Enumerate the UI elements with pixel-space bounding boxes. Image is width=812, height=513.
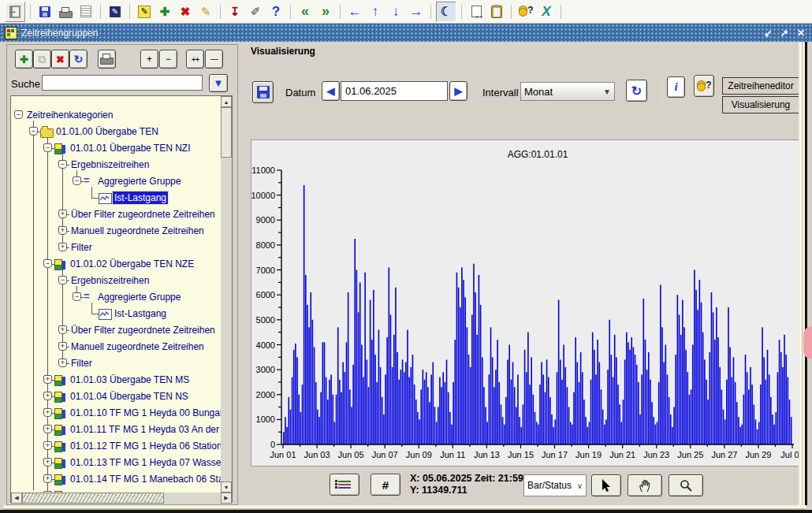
tree-delete-button[interactable]: ✖ xyxy=(51,50,69,69)
tree-item-label[interactable]: 01.01.00 Übergabe TEN xyxy=(54,125,160,138)
chart-plot[interactable]: AGG:01.01.010100020003000400050006000700… xyxy=(251,140,799,466)
tree-item-label[interactable]: Ergebniszeitreihen xyxy=(69,274,151,287)
tree-item-label[interactable]: 01.01.13 TF MG 1 Heyda 07 Wasserwe xyxy=(69,456,221,469)
maximize-icon[interactable]: ↗ xyxy=(778,27,791,39)
next-group-icon[interactable]: » xyxy=(316,2,335,21)
interval-select[interactable]: Monat ▼ xyxy=(520,82,615,101)
tree-refresh-button[interactable]: ↻ xyxy=(69,50,88,69)
tree-item-label[interactable]: Filter xyxy=(69,241,94,254)
collapse-handle-icon[interactable]: − xyxy=(43,143,52,152)
tree-item-label[interactable]: 01.01.01 Übergabe TEN NZI xyxy=(69,142,192,154)
expand-handle-icon[interactable]: + xyxy=(43,408,52,417)
query-coins-icon[interactable] xyxy=(516,2,535,21)
tree-item-label[interactable]: 01.01.12 TF MG 1 Heyda 06 Station ON xyxy=(69,440,221,452)
save-icon[interactable] xyxy=(35,2,54,21)
tree-item-label[interactable]: Ist-Lastgang xyxy=(113,191,168,204)
tree-hscrollbar[interactable]: ◀ ▶ xyxy=(11,493,232,504)
tree-item-label[interactable]: Aggregierte Gruppe xyxy=(96,291,182,303)
collapse-handle-icon[interactable]: − xyxy=(73,177,81,185)
legend-button[interactable] xyxy=(330,474,359,496)
moon-icon[interactable]: ☾ xyxy=(436,2,456,22)
tree-item-label[interactable]: 01.01.03 Übergabe TEN MS xyxy=(69,374,191,386)
tree-item-label[interactable]: 01.01.02 Übergabe TEN NZE xyxy=(69,258,196,270)
expand-handle-icon[interactable]: + xyxy=(58,359,67,367)
add-note-icon[interactable]: ✚ xyxy=(155,2,174,21)
tree-vscrollbar[interactable]: ▲ ▼ xyxy=(221,96,232,493)
query-coins-button[interactable] xyxy=(694,75,714,97)
tree-item-label[interactable]: Aggregierte Gruppe xyxy=(96,175,182,188)
restore-icon[interactable]: ↙ xyxy=(762,27,774,39)
tree-item-label[interactable]: Zeitreihenkategorien xyxy=(25,109,114,121)
tree-item-label[interactable]: 01.01.11 TF MG 1 Heyda 03 An der Tals xyxy=(69,423,221,436)
scroll-up-icon[interactable]: ▲ xyxy=(221,96,232,107)
pan-button[interactable] xyxy=(628,474,662,496)
expand-one-button[interactable]: + xyxy=(140,50,158,69)
close-icon[interactable]: ✕ xyxy=(795,27,807,39)
exit-icon[interactable]: → xyxy=(5,2,25,22)
tree-item-label[interactable]: Ist-Lastgang xyxy=(113,307,168,320)
scroll-left-icon[interactable]: ◀ xyxy=(11,493,22,504)
arrow-down-icon[interactable]: ↓ xyxy=(386,2,405,21)
expand-handle-icon[interactable]: + xyxy=(58,342,67,351)
print-icon[interactable] xyxy=(56,2,75,21)
collapse-handle-icon[interactable]: − xyxy=(14,110,23,119)
expand-handle-icon[interactable]: + xyxy=(58,325,67,334)
edge-handle[interactable] xyxy=(803,326,812,359)
tree-item-label[interactable]: Über Filter zugeordnete Zeitreihen xyxy=(69,208,217,221)
collapse-handle-icon[interactable]: − xyxy=(43,259,52,268)
zeitreiheneditor-button[interactable]: Zeitreiheneditor xyxy=(722,77,799,95)
collapse-handle-icon[interactable]: − xyxy=(73,292,81,301)
tree-add-button[interactable]: ✚ xyxy=(15,50,33,69)
doc-options-icon[interactable] xyxy=(467,2,486,21)
expand-handle-icon[interactable]: + xyxy=(43,458,52,467)
chart-panel[interactable]: AGG:01.01.010100020003000400050006000700… xyxy=(251,139,799,467)
expand-handle-icon[interactable]: + xyxy=(58,243,67,251)
tree-print-button[interactable] xyxy=(98,50,116,69)
tree-item-label[interactable]: 01.01.04 Übergabe TEN NS xyxy=(69,390,190,403)
help-icon[interactable]: ? xyxy=(266,2,285,21)
tree-copy-button[interactable]: ⧉ xyxy=(33,50,51,69)
info-button[interactable]: i xyxy=(667,76,685,98)
expand-handle-icon[interactable]: + xyxy=(58,226,67,235)
arrow-up-icon[interactable]: ↑ xyxy=(366,2,385,21)
date-next-button[interactable]: ▶ xyxy=(449,81,467,101)
collapse-handle-icon[interactable]: − xyxy=(58,276,67,284)
collapse-one-button[interactable]: − xyxy=(159,50,177,69)
clipboard-paste-icon[interactable] xyxy=(487,2,506,21)
tree-item-label[interactable]: Über Filter zugeordnete Zeitreihen xyxy=(69,324,217,336)
zoom-button[interactable] xyxy=(669,474,703,496)
tree-item-label[interactable]: Filter xyxy=(69,357,94,370)
search-go-button[interactable]: ▼ xyxy=(209,74,228,92)
pen-note-icon[interactable]: ✎ xyxy=(196,2,215,21)
expand-handle-icon[interactable]: + xyxy=(43,392,52,400)
expand-handle-icon[interactable]: + xyxy=(43,441,52,450)
expand-handle-icon[interactable]: + xyxy=(58,210,67,218)
collapse-handle-icon[interactable]: − xyxy=(58,160,67,169)
tree-item-label[interactable]: Manuell zugeordnete Zeitreihen xyxy=(69,225,206,237)
tree-item-label[interactable]: Manuell zugeordnete Zeitreihen xyxy=(69,340,206,353)
scroll-down-icon[interactable]: ▼ xyxy=(221,481,232,493)
list-icon[interactable] xyxy=(76,2,95,21)
date-input[interactable] xyxy=(341,81,448,101)
reload-chart-button[interactable]: ↻ xyxy=(626,80,647,102)
expand-handle-icon[interactable]: + xyxy=(43,425,52,433)
collapse-all-button[interactable]: −− xyxy=(205,50,223,69)
date-prev-button[interactable]: ◀ xyxy=(322,81,340,101)
tree-item-label[interactable]: 01.01.14 TF MG 1 Manebach 06 Station xyxy=(69,473,221,485)
search-input[interactable] xyxy=(42,75,203,91)
delete-note-icon[interactable]: ✖ xyxy=(176,2,195,21)
save-view-button[interactable] xyxy=(252,81,274,103)
import-icon[interactable]: ↧ xyxy=(225,2,244,21)
mode-select[interactable]: Bar/Status ∨ xyxy=(523,474,587,496)
expand-handle-icon[interactable]: + xyxy=(43,375,52,384)
prev-group-icon[interactable]: « xyxy=(296,2,315,21)
scroll-right-icon[interactable]: ▶ xyxy=(221,493,232,504)
tree-item-label[interactable]: 01.01.10 TF MG 1 Heyda 00 Bungalows xyxy=(69,407,221,419)
excel-icon[interactable]: X xyxy=(537,2,556,21)
expand-handle-icon[interactable]: + xyxy=(43,474,52,483)
arrow-right-icon[interactable]: → xyxy=(407,2,426,21)
expand-all-button[interactable]: ++ xyxy=(186,50,204,69)
visualisierung-button[interactable]: Visualisierung xyxy=(722,96,799,113)
sign-pen-icon[interactable]: ✐ xyxy=(246,2,265,21)
grid-button[interactable]: # xyxy=(371,474,400,496)
